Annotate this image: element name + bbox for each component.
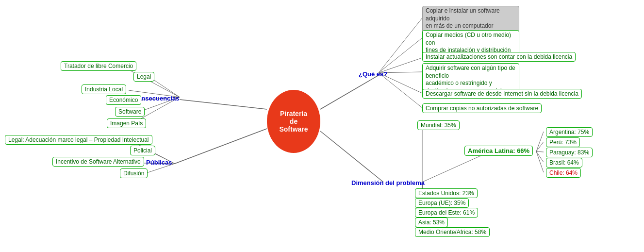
leaf-imagen: Imagen País	[107, 118, 146, 128]
svg-line-1	[320, 131, 383, 182]
leaf-qe3: Instalar actualizaciones son contar con …	[422, 52, 576, 62]
leaf-argentina: Argentina: 75%	[546, 127, 593, 137]
svg-line-15	[536, 151, 544, 162]
leaf-industria: Industria Local	[82, 84, 126, 94]
svg-line-13	[536, 142, 544, 151]
svg-line-12	[536, 132, 544, 151]
svg-line-5	[379, 38, 422, 73]
leaf-legal-pp: Legal: Adecuación marco legal – Propieda…	[5, 135, 152, 145]
leaf-software: Software	[115, 107, 145, 117]
svg-line-14	[536, 151, 544, 152]
center-node: Piratería de Software	[267, 90, 320, 153]
mindmap-canvas: Piratería de Software ¿Qué es? Copiar e …	[0, 0, 644, 252]
leaf-qe5: Descargar software de desde Internet sin…	[422, 89, 582, 99]
leaf-asia: Asia: 53%	[415, 218, 448, 227]
svg-line-0	[320, 75, 379, 109]
leaf-economico: Económico	[106, 95, 141, 105]
leaf-brasil: Brasil: 64%	[546, 158, 582, 168]
leaf-mo: Medio Oriente/Africa: 58%	[415, 227, 490, 237]
leaf-legal-cons: Legal	[133, 72, 154, 82]
leaf-tlc: Tratador de libre Comercio	[61, 61, 136, 71]
leaf-america-latina: América Latina: 66%	[464, 146, 533, 156]
branch-dimension: Dimensión del problema	[349, 178, 427, 187]
svg-line-3	[175, 129, 267, 164]
leaf-incentivo: Incentivo de Software Alternativo	[52, 157, 144, 167]
branch-que-es: ¿Qué es?	[357, 69, 389, 79]
svg-line-2	[180, 100, 267, 109]
center-label: Piratería de Software	[279, 110, 308, 133]
svg-line-4	[379, 18, 422, 73]
leaf-usa: Estados Unidos: 23%	[415, 188, 478, 198]
leaf-chile: Chile: 64%	[546, 168, 581, 178]
connection-lines	[0, 0, 644, 252]
svg-line-16	[536, 151, 544, 172]
leaf-eue: Europa del Este: 61%	[415, 208, 478, 218]
leaf-policial: Policial	[130, 146, 155, 155]
leaf-difusion: Difusión	[120, 168, 148, 178]
svg-line-11	[422, 151, 490, 182]
svg-line-22	[123, 67, 180, 97]
leaf-paraguay: Paraguay: 83%	[546, 148, 593, 157]
leaf-eu: Europa (UE): 35%	[415, 198, 469, 208]
leaf-qe6: Comprar copias no autorizadas de softwar…	[422, 103, 542, 113]
leaf-mundial: Mundial: 35%	[417, 120, 460, 130]
leaf-peru: Perú: 73%	[546, 137, 580, 147]
